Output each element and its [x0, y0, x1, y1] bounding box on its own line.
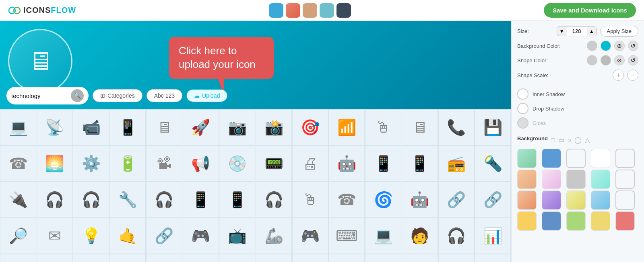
gloss-toggle[interactable] [517, 117, 528, 129]
icon-cell[interactable]: 🌅 [37, 145, 73, 182]
icon-cell[interactable]: 📽 [146, 145, 182, 182]
icon-cell[interactable]: 📱 [365, 145, 401, 182]
swatch-teal[interactable] [320, 3, 334, 18]
bg-shape-triangle[interactable]: △ [585, 136, 590, 144]
icon-cell[interactable]: 📱 [402, 145, 438, 182]
icon-cell[interactable]: 💻 [73, 254, 109, 262]
bg-option[interactable] [566, 170, 586, 189]
icon-cell[interactable]: 📡 [183, 254, 219, 262]
icon-cell[interactable]: ⚙️ [292, 254, 328, 262]
icon-cell[interactable]: 📡 [37, 109, 73, 145]
bg-option[interactable] [566, 190, 586, 210]
icon-cell[interactable]: 💡 [73, 218, 109, 254]
bg-color-swatch-2[interactable] [601, 41, 611, 51]
icon-cell[interactable]: 🚀 [183, 109, 219, 145]
icon-cell[interactable]: 🤙 [109, 218, 146, 254]
icon-cell[interactable]: 📞 [438, 109, 475, 145]
icon-cell[interactable]: 📸 [256, 109, 292, 145]
upload-button[interactable]: ☁ Upload [186, 89, 227, 102]
shape-color-swatch-1[interactable] [587, 55, 597, 66]
icon-cell[interactable]: 🤖 [402, 182, 438, 218]
icon-cell[interactable]: 🎧 [37, 182, 73, 218]
icon-cell[interactable]: 📦 [328, 254, 365, 262]
icon-cell[interactable]: 🖱 [365, 109, 401, 145]
icon-cell[interactable]: 📹 [73, 109, 109, 145]
bg-option[interactable] [542, 211, 561, 231]
icon-cell[interactable]: ✉ [37, 218, 73, 254]
icon-cell[interactable]: 📷 [219, 109, 255, 145]
icon-cell[interactable]: 🔽 [109, 254, 146, 262]
swatch-blue[interactable] [269, 3, 283, 18]
icon-cell[interactable]: 🔗 [146, 218, 182, 254]
icon-cell[interactable]: 📱 [183, 182, 219, 218]
icon-cell[interactable]: 🖥 [146, 109, 182, 145]
bg-shape-square-1[interactable]: □ [551, 137, 555, 144]
bg-shape-circle-2[interactable]: ◯ [574, 136, 582, 144]
icon-cell[interactable]: 🔊 [219, 254, 255, 262]
icon-cell[interactable]: 🎮 [292, 218, 328, 254]
bg-option[interactable] [566, 211, 586, 231]
bg-option[interactable] [517, 170, 537, 189]
bg-option[interactable] [517, 149, 537, 168]
icon-cell[interactable]: 🔦 [475, 145, 511, 182]
icon-cell[interactable]: 🔗 [438, 182, 475, 218]
icon-cell[interactable]: 🔧 [109, 182, 146, 218]
shape-color-no-icon[interactable]: ⊘ [614, 55, 625, 66]
shape-scale-minus-button[interactable]: − [627, 70, 638, 81]
icon-cell[interactable]: 💾 [475, 109, 511, 145]
icon-cell[interactable]: 🔼 [146, 254, 182, 262]
icon-cell[interactable]: 🔗 [475, 182, 511, 218]
icon-cell[interactable]: 🤖 [328, 145, 365, 182]
swatch-tan[interactable] [303, 3, 317, 18]
bg-option[interactable] [542, 170, 561, 189]
icon-cell[interactable]: 🎯 [402, 254, 438, 262]
icon-cell[interactable]: 🎧 [73, 182, 109, 218]
apply-size-button[interactable]: Apply Size [600, 26, 638, 37]
shape-color-reset[interactable]: ↺ [628, 55, 638, 66]
bg-color-reset[interactable]: ↺ [628, 41, 638, 51]
bg-color-no-icon[interactable]: ⊘ [614, 41, 625, 51]
swatch-orange[interactable] [286, 3, 300, 18]
icon-cell[interactable]: 🎧 [256, 182, 292, 218]
size-input[interactable] [567, 27, 587, 36]
icon-cell[interactable]: 📢 [183, 145, 219, 182]
icon-cell[interactable]: 🎮 [183, 218, 219, 254]
icon-cell[interactable]: 📡 [475, 254, 511, 262]
icon-cell[interactable]: 🎧 [438, 218, 475, 254]
search-button[interactable]: 🔍 [71, 89, 84, 102]
icon-cell[interactable]: 📻 [438, 145, 475, 182]
bg-option[interactable] [591, 170, 610, 189]
bg-option[interactable] [542, 149, 561, 168]
icon-cell[interactable]: 💡 [0, 254, 36, 262]
icon-cell[interactable]: 📟 [256, 145, 292, 182]
bg-option[interactable] [615, 211, 635, 231]
swatch-dark[interactable] [336, 3, 351, 18]
icon-cell[interactable]: 🔧 [365, 254, 401, 262]
icon-cell[interactable]: 🖨 [292, 145, 328, 182]
size-up-button[interactable]: ▲ [587, 27, 597, 36]
icon-cell[interactable]: 🖥 [402, 109, 438, 145]
abc-button[interactable]: Abc 123 [147, 89, 182, 102]
icon-cell[interactable]: 💻 [0, 109, 36, 145]
bg-shape-circle[interactable]: ○ [568, 137, 572, 144]
drop-shadow-toggle[interactable] [517, 103, 528, 114]
bg-option[interactable] [591, 211, 610, 231]
bg-option[interactable] [542, 190, 561, 210]
bg-option[interactable] [566, 149, 586, 168]
icon-cell[interactable]: 🧑 [402, 218, 438, 254]
icon-cell[interactable]: 🎧 [146, 182, 182, 218]
size-down-button[interactable]: ▼ [557, 27, 567, 36]
icon-cell[interactable]: 🎯 [292, 109, 328, 145]
search-input[interactable] [11, 92, 68, 99]
bg-color-swatch-1[interactable] [587, 41, 597, 51]
icon-cell[interactable]: ⚙️ [73, 145, 109, 182]
bg-option[interactable] [517, 190, 537, 210]
icon-cell[interactable]: 🔎 [0, 218, 36, 254]
icon-cell[interactable]: 💿 [219, 145, 255, 182]
icon-cell[interactable]: 📱 [256, 254, 292, 262]
icon-cell[interactable]: 📺 [219, 218, 255, 254]
bg-option[interactable] [615, 190, 635, 210]
bg-option[interactable] [615, 170, 635, 189]
icon-cell[interactable]: 📹 [37, 254, 73, 262]
categories-button[interactable]: ⊞ Categories [93, 89, 142, 102]
